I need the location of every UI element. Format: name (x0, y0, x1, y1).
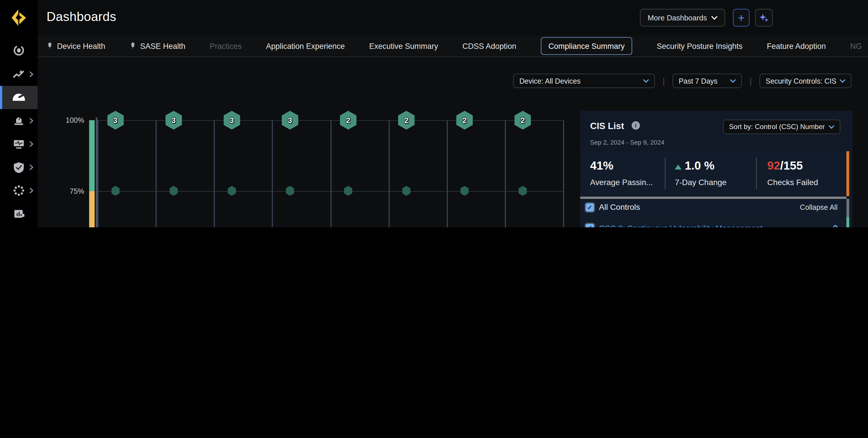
top-header: Dashboards More Dashboards + (38, 0, 868, 35)
seven-day-change-value: 1.0 % (675, 159, 714, 172)
pin-icon (129, 42, 136, 50)
gridline-vertical (388, 120, 390, 227)
chevron-right-icon (29, 187, 33, 194)
chevron-down-icon (711, 16, 717, 20)
tab-feature-adoption[interactable]: Feature Adoption (767, 42, 826, 51)
chart-marker[interactable]: 3 (107, 111, 124, 129)
ai-sparkle-icon (759, 13, 769, 23)
trend-up-icon (675, 165, 681, 169)
summary-stats-card: 41% Average Passin... 1.0 % 7-Day Change… (580, 151, 846, 196)
tab-label: Executive Summary (369, 42, 438, 51)
tab-label: Device Health (57, 42, 105, 51)
sidebar-item-dashboards[interactable] (0, 86, 38, 109)
more-dashboards-button[interactable]: More Dashboards (640, 9, 725, 27)
panel-scroll-divider[interactable] (580, 197, 846, 199)
gridline-vertical (563, 120, 564, 227)
filter-separator: | (750, 76, 752, 86)
divider (665, 158, 665, 189)
chevron-right-icon (29, 164, 33, 170)
tab-sase-health[interactable]: SASE Health (129, 42, 185, 51)
brand-logo[interactable] (9, 8, 29, 30)
sidebar-item-command-center[interactable] (0, 39, 38, 62)
chart-marker[interactable] (344, 186, 352, 196)
chevron-right-icon (29, 141, 33, 147)
activity-insights-icon (13, 69, 25, 80)
gridline-vertical (214, 120, 215, 227)
gridline-vertical (447, 120, 448, 227)
command-center-icon (13, 44, 25, 56)
filter-value: Security Controls: CIS (766, 77, 836, 85)
sort-by-select[interactable]: Sort by: Control (CSC) Number (723, 120, 840, 134)
tab-compliance-summary[interactable]: Compliance Summary (540, 37, 632, 55)
gridline-vertical (505, 120, 506, 227)
csc-card-link[interactable]: CSC 3: Continuous Vulnerability Manageme… (599, 224, 762, 227)
cis-list-panel: CIS List i Sort by: Control (CSC) Number… (580, 111, 852, 227)
chart-marker[interactable]: 3 (165, 111, 182, 129)
csc-card[interactable]: ✓CSC 3: Continuous Vulnerability Managem… (580, 217, 846, 227)
csc-checkbox[interactable]: ✓ (586, 224, 594, 227)
unlock-icon[interactable] (829, 225, 838, 227)
tab-executive-summary[interactable]: Executive Summary (369, 42, 438, 51)
gridline-vertical (156, 120, 157, 227)
gridline-vertical (272, 120, 273, 227)
chart-marker[interactable] (460, 186, 469, 196)
y-axis-tick: 100% (59, 116, 84, 124)
chart-marker[interactable]: 2 (515, 111, 531, 129)
filter-select-2[interactable]: Past 7 Days (673, 74, 742, 88)
chart-marker[interactable] (228, 186, 236, 196)
filter-select-1[interactable]: Device: All Devices (513, 74, 655, 88)
seven-day-change-label: 7-Day Change (675, 178, 726, 187)
filter-value: Device: All Devices (519, 77, 581, 85)
dotted-circle-icon (13, 185, 24, 196)
chart-marker[interactable]: 2 (456, 111, 473, 129)
divider (756, 158, 757, 189)
all-controls-checkbox[interactable]: ✓ (586, 203, 594, 211)
checks-failed-label: Checks Failed (767, 178, 818, 187)
collapse-all-button[interactable]: Collapse All (800, 203, 838, 211)
chart-marker[interactable]: 2 (340, 111, 356, 129)
filter-value: Past 7 Days (679, 77, 717, 85)
filter-select-3[interactable]: Security Controls: CIS (760, 74, 851, 88)
all-controls-label: All Controls (599, 203, 640, 211)
page-title: Dashboards (46, 9, 116, 24)
chart-marker[interactable] (111, 186, 120, 196)
sidebar-item-alerts[interactable] (0, 109, 38, 133)
tab-label: Security Posture Insights (657, 42, 742, 51)
tab-device-health[interactable]: Device Health (46, 42, 105, 51)
sidebar-item-device-monitor[interactable] (0, 133, 38, 156)
average-passing-label: Average Passin... (590, 178, 653, 187)
chevron-right-icon (29, 118, 33, 124)
chart-marker[interactable] (519, 186, 527, 196)
gridline-vertical (330, 120, 332, 227)
ai-assistant-button[interactable] (755, 9, 773, 27)
all-controls-row[interactable]: ✓ All Controls Collapse All (580, 200, 846, 215)
chart-marker[interactable]: 3 (282, 111, 299, 129)
info-icon[interactable]: i (631, 121, 640, 129)
tab-application-experience[interactable]: Application Experience (266, 42, 345, 51)
tab-label: NG (850, 42, 862, 51)
chart-marker[interactable] (286, 186, 294, 196)
chart-marker[interactable] (402, 186, 410, 196)
device-monitor-icon (13, 139, 25, 150)
tab-security-posture-insights[interactable]: Security Posture Insights (657, 42, 742, 51)
chevron-down-icon (643, 79, 649, 83)
sidebar-item-security-posture[interactable] (0, 156, 38, 179)
tab-label: Compliance Summary (548, 42, 624, 51)
chart-marker[interactable]: 2 (398, 111, 415, 129)
tab-practices[interactable]: Practices (210, 42, 242, 51)
tab-ng[interactable]: NG (850, 42, 862, 51)
panel-date-range: Sep 2, 2024 - Sep 9, 2024 (590, 139, 664, 146)
left-sidebar: ★ ⚙ 9+ ? Pa (0, 0, 38, 227)
average-passing-value: 41% (590, 159, 614, 172)
tab-label: Feature Adoption (767, 42, 826, 51)
tab-cdss-adoption[interactable]: CDSS Adoption (462, 42, 517, 51)
tab-label: CDSS Adoption (462, 42, 517, 51)
sidebar-item-reports[interactable] (0, 202, 38, 225)
sidebar-item-activity-insights[interactable] (0, 63, 38, 86)
sidebar-item-integrations[interactable] (0, 179, 38, 202)
panel-title: CIS List (590, 121, 624, 132)
tab-label: SASE Health (140, 42, 185, 51)
chart-marker[interactable]: 3 (223, 111, 240, 129)
chart-marker[interactable] (169, 186, 178, 196)
add-dashboard-button[interactable]: + (733, 9, 750, 27)
